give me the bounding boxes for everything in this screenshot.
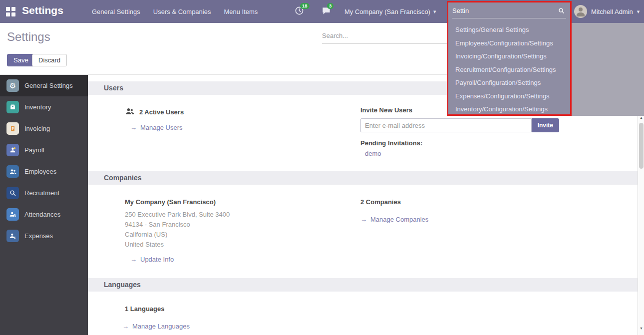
topbar-menu: General Settings Users & Companies Menu …: [92, 0, 258, 23]
settings-sidebar: ⚙ General Settings Inventory Invoicing P…: [0, 75, 88, 335]
menu-item-general-settings[interactable]: General Settings: [92, 8, 140, 15]
attendances-app-icon: [6, 208, 19, 221]
app-title[interactable]: Settings: [22, 4, 63, 16]
sidebar-item-label: Expenses: [24, 232, 53, 240]
sidebar-item-label: Employees: [24, 168, 56, 175]
svg-text:$: $: [14, 236, 16, 239]
companies-count: 2 Companies: [360, 198, 570, 206]
scroll-up-icon[interactable]: ▲: [638, 116, 644, 119]
settings-app-icon: ⚙: [6, 79, 19, 92]
update-info-label: Update Info: [140, 256, 174, 263]
company-switcher[interactable]: My Company (San Francisco) ▾: [344, 0, 436, 23]
sidebar-item-label: General Settings: [24, 82, 73, 89]
manage-companies-link[interactable]: → Manage Companies: [360, 216, 428, 223]
sidebar-item-label: Attendances: [24, 211, 60, 218]
sidebar-item-label: Inventory: [24, 103, 51, 111]
save-button[interactable]: Save: [7, 54, 35, 66]
menu-search-row: [452, 3, 566, 18]
recruitment-app-icon: [6, 187, 19, 199]
address-line: 94134 - San Francisco: [125, 220, 344, 230]
chat-bubble-icon: [322, 8, 331, 17]
menu-search-results: Settings/General Settings Employees/Conf…: [448, 23, 570, 116]
scrollbar-thumb[interactable]: [639, 123, 644, 169]
section-heading-languages: Languages: [88, 278, 638, 292]
sidebar-item-label: Payroll: [24, 146, 44, 154]
users-left-column: 2 Active Users → Manage Users: [125, 106, 344, 131]
pending-invitations-label: Pending Invitations:: [360, 139, 570, 147]
arrow-right-icon: →: [130, 256, 137, 263]
inventory-app-icon: [6, 101, 19, 113]
sidebar-item-recruitment[interactable]: Recruitment: [0, 182, 88, 204]
sidebar-item-inventory[interactable]: Inventory: [0, 96, 88, 118]
payroll-app-icon: [6, 144, 19, 156]
discard-button[interactable]: Discard: [32, 54, 67, 66]
dropdown-backdrop-panel: [572, 23, 644, 116]
search-result-item[interactable]: Invoicing/Configuration/Settings: [448, 50, 570, 63]
sidebar-item-payroll[interactable]: Payroll: [0, 139, 88, 161]
avatar: [574, 5, 587, 18]
manage-users-label: Manage Users: [140, 124, 183, 131]
sidebar-item-attendances[interactable]: Attendances: [0, 204, 88, 225]
languages-left-column: 1 Languages → Manage Languages: [125, 305, 344, 330]
sidebar-item-general-settings[interactable]: ⚙ General Settings: [0, 75, 88, 96]
sidebar-item-employees[interactable]: Employees: [0, 161, 88, 182]
scroll-down-icon[interactable]: ▼: [638, 327, 644, 330]
manage-languages-link[interactable]: → Manage Languages: [122, 323, 190, 330]
section-heading-companies: Companies: [88, 171, 638, 185]
employees-app-icon: [6, 165, 19, 178]
apps-grid-icon[interactable]: [6, 7, 15, 16]
arrow-right-icon: →: [360, 216, 367, 223]
sidebar-item-label: Recruitment: [24, 189, 59, 197]
active-users-count: 2 Active Users: [139, 108, 184, 116]
invoicing-app-icon: [6, 122, 19, 135]
user-menu[interactable]: Mitchell Admin ▾: [574, 0, 640, 23]
arrow-right-icon: →: [130, 124, 137, 131]
address-line: California (US): [125, 230, 344, 240]
companies-right-column: 2 Companies → Manage Companies: [360, 198, 570, 223]
search-icon[interactable]: [558, 7, 565, 16]
activity-clock-icon: [295, 8, 304, 17]
menu-item-users-companies[interactable]: Users & Companies: [153, 8, 211, 15]
languages-count: 1 Languages: [125, 305, 344, 313]
expenses-app-icon: $: [6, 230, 19, 242]
search-result-item[interactable]: Settings/General Settings: [448, 23, 570, 37]
sidebar-item-label: Invoicing: [24, 125, 50, 132]
search-result-item[interactable]: Inventory/Configuration/Settings: [448, 103, 570, 116]
chevron-down-icon: ▾: [637, 8, 640, 15]
search-input[interactable]: [322, 30, 447, 44]
update-info-link[interactable]: → Update Info: [130, 256, 174, 263]
search-result-item[interactable]: Expenses/Configuration/Settings: [448, 90, 570, 103]
menu-search-input[interactable]: [452, 3, 552, 17]
company-switcher-label: My Company (San Francisco): [344, 8, 430, 15]
sidebar-item-invoicing[interactable]: Invoicing: [0, 118, 88, 139]
manage-languages-label: Manage Languages: [132, 323, 190, 330]
activity-badge: 18: [300, 3, 310, 9]
messages-badge: 3: [327, 3, 333, 9]
users-group-icon: [125, 106, 135, 118]
activity-menu[interactable]: 18: [295, 6, 304, 17]
search-result-item[interactable]: Recruitment/Configuration/Settings: [448, 63, 570, 77]
search-result-item[interactable]: Payroll/Configuration/Settings: [448, 76, 570, 90]
address-line: 250 Executive Park Blvd, Suite 3400: [125, 210, 344, 220]
pending-invitation-demo-link[interactable]: demo: [365, 150, 381, 157]
page-title: Settings: [7, 30, 50, 44]
sidebar-item-expenses[interactable]: $ Expenses: [0, 225, 88, 247]
menu-item-menu-items[interactable]: Menu Items: [224, 8, 258, 15]
menu-search-dropdown: Settings/General Settings Employees/Conf…: [447, 1, 572, 116]
messages-menu[interactable]: 3: [322, 6, 331, 17]
search-result-item[interactable]: Employees/Configuration/Settings: [448, 37, 570, 50]
odoo-settings-screen: Settings General Settings Users & Compan…: [0, 0, 644, 335]
invite-email-field[interactable]: [360, 118, 532, 132]
manage-companies-label: Manage Companies: [370, 216, 428, 223]
company-address: 250 Executive Park Blvd, Suite 3400 9413…: [125, 210, 344, 250]
chevron-down-icon: ▾: [433, 8, 436, 15]
user-name: Mitchell Admin: [591, 8, 633, 15]
invite-button[interactable]: Invite: [532, 118, 559, 132]
companies-left-column: My Company (San Francisco) 250 Executive…: [125, 198, 344, 263]
arrow-right-icon: →: [122, 323, 129, 330]
company-name: My Company (San Francisco): [125, 198, 344, 206]
manage-users-link[interactable]: → Manage Users: [130, 124, 183, 131]
address-line: United States: [125, 240, 344, 250]
